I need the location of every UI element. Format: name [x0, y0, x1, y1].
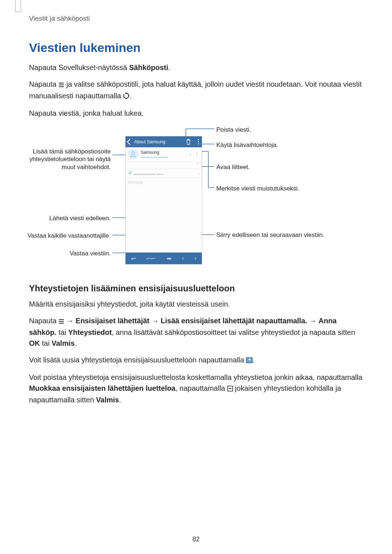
bold: Ensisijaiset lähettäjät [75, 317, 149, 325]
star-icon[interactable]: ☆ [186, 151, 194, 157]
sender-info: Samsung ▬▬▬▬▬ ▬▬▬ [141, 150, 186, 159]
refresh-icon [123, 91, 130, 102]
bold: Valmis [96, 396, 119, 404]
breadcrumb: Viestit ja sähköposti [29, 15, 363, 22]
next-icon[interactable]: › [195, 255, 196, 262]
text: . [75, 339, 77, 347]
bold-app-name: Sähköposti [129, 63, 168, 71]
phone-header-title: About Samsung [134, 139, 165, 144]
reply-icon[interactable]: ↩ [131, 255, 136, 262]
svg-point-21 [132, 152, 135, 155]
sender-name: Samsung [141, 150, 186, 155]
text: Napauta [29, 317, 58, 325]
phone-mock: About Samsung Samsung ▬▬▬▬▬ ▬▬▬ ☆ ˅ [125, 136, 202, 264]
email-diagram: About Samsung Samsung ▬▬▬▬▬ ▬▬▬ ☆ ˅ [29, 126, 363, 271]
label-open-attach: Avaa liitteet. [216, 163, 250, 171]
arrow: → [66, 317, 74, 325]
label-delete: Poista viesti. [216, 126, 251, 134]
sender-meta-blurred: ▬▬▬▬▬ ▬▬▬ [141, 155, 186, 159]
label-more-options: Käytä lisävaihtoehtoja. [216, 141, 278, 149]
attachment-name-blurred: ▬▬▬▬▬▬ ▬▬ [134, 172, 164, 176]
text: tai [40, 339, 52, 347]
arrow: → [151, 317, 159, 325]
paragraph-2: Napauta ja valitse sähköpostitili, jota … [29, 79, 363, 102]
row-more-icon[interactable] [194, 151, 200, 157]
phone-header: About Samsung [126, 136, 202, 147]
text: ja valitse sähköpostitili, jota haluat k… [29, 80, 362, 100]
text: . [253, 356, 255, 364]
text: . [119, 396, 121, 404]
paragraph-3: Napauta viestiä, jonka haluat lukea. [29, 108, 363, 119]
bold: Yhteystiedot [68, 328, 112, 336]
label-reply-all: Vastaa kaikille vastaanottajille. [18, 232, 111, 239]
text: Voit lisätä uusia yhteystietoja ensisija… [29, 356, 246, 364]
phone-footer: ↩ ⤺⤺ ➡ ‹ › [126, 253, 202, 264]
menu-list-icon [58, 316, 64, 327]
chevron-right-icon[interactable]: › [198, 171, 200, 176]
more-options-icon[interactable] [198, 139, 199, 144]
sub-paragraph-3: Voit lisätä uusia yhteystietoja ensisija… [29, 354, 363, 366]
text: . [130, 92, 132, 100]
attachment-row[interactable]: ▬▬▬▬▬▬ ▬▬ › [126, 169, 202, 178]
sub-paragraph-4: Voit poistaa yhteystietoja ensisijaisuus… [29, 372, 363, 405]
email-body: Samsung [126, 178, 202, 186]
page-number: 82 [0, 535, 392, 543]
arrow: → [309, 317, 317, 325]
label-forward: Lähetä viesti edelleen. [29, 214, 111, 222]
text: Napauta [29, 80, 58, 88]
trash-icon[interactable] [186, 139, 191, 146]
collapse-icon[interactable]: ˅ [126, 161, 202, 169]
bold: Valmis [52, 339, 74, 347]
label-add-contact: Lisää tämä sähköpostiosoite yhteystietol… [18, 148, 111, 171]
menu-list-icon [58, 79, 64, 90]
svg-rect-28 [249, 358, 250, 361]
paragraph-1: Napauta Sovellukset-näytössä Sähköposti. [29, 62, 363, 73]
remove-item-icon [227, 383, 233, 394]
text: Voit poistaa yhteystietoja ensisijaisuus… [29, 373, 362, 381]
text: , anna lisättävät sähköpostiosoitteet ta… [112, 328, 355, 336]
subsection-heading: Yhteystietojen lisääminen ensisijaisuusl… [29, 283, 363, 294]
avatar-icon[interactable] [128, 149, 139, 160]
add-contact-icon [246, 355, 253, 366]
sub-paragraph-1: Määritä ensisijaisiksi yhteystiedot, joi… [29, 299, 363, 309]
page-content: Viestit ja sähköposti Viestien lukeminen… [0, 0, 392, 405]
sender-row[interactable]: Samsung ▬▬▬▬▬ ▬▬▬ ☆ [126, 147, 202, 161]
text: , napauttamalla [175, 384, 227, 392]
bold: OK [29, 339, 40, 347]
section-heading: Viestien lukeminen [29, 41, 363, 55]
paperclip-icon [128, 171, 132, 176]
label-mark-reminder: Merkitse viesti muistutukseksi. [216, 185, 299, 192]
prev-icon[interactable]: ‹ [182, 255, 184, 262]
forward-icon[interactable]: ➡ [167, 255, 171, 262]
back-icon[interactable] [127, 139, 133, 145]
sub-paragraph-2: Napauta → Ensisijaiset lähettäjät → Lisä… [29, 315, 363, 349]
text: . [168, 63, 171, 71]
bold: Muokkaa ensisijaisten lähettäjien luette… [29, 384, 175, 392]
label-prev-next: Siirry edelliseen tai seuraavaan viestii… [216, 231, 325, 239]
reply-all-icon[interactable]: ⤺⤺ [146, 255, 156, 262]
label-reply: Vastaa viestiin. [29, 250, 111, 257]
bold: Lisää ensisijaiset lähettäjät napauttama… [161, 317, 307, 325]
text: Napauta Sovellukset-näytössä [29, 63, 129, 71]
text: tai [58, 328, 68, 336]
